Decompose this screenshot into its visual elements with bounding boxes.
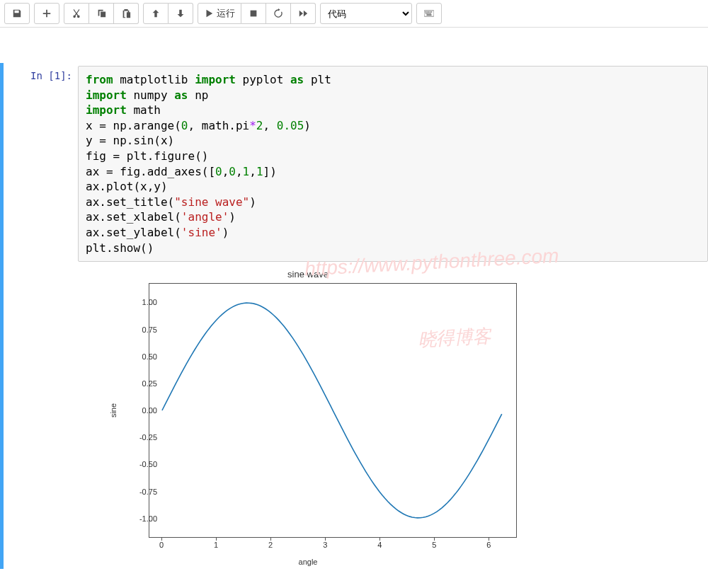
notebook: In [1]: from matplotlib import pyplot as… bbox=[0, 28, 708, 569]
y-axis-label: sine bbox=[109, 403, 118, 417]
move-down-button[interactable] bbox=[169, 3, 193, 24]
code-input[interactable]: from matplotlib import pyplot as plt imp… bbox=[78, 66, 708, 262]
svg-rect-9 bbox=[428, 13, 429, 13]
restart-icon bbox=[273, 8, 283, 18]
toolbar: 运行 代码MarkdownRaw NBConvert标题 bbox=[0, 0, 708, 28]
run-label: 运行 bbox=[217, 7, 235, 20]
x-tick-label: 5 bbox=[432, 541, 436, 549]
command-palette-button[interactable] bbox=[416, 3, 442, 24]
fast-forward-icon bbox=[298, 8, 308, 18]
y-tick-label: 0.50 bbox=[129, 352, 157, 361]
y-tick-label: -0.50 bbox=[129, 460, 157, 468]
chart: sine wave -1.00-0.75-0.50-0.250.000.250.… bbox=[85, 269, 531, 566]
cut-button[interactable] bbox=[64, 3, 89, 24]
paste-icon bbox=[121, 8, 131, 18]
svg-rect-5 bbox=[430, 11, 430, 12]
svg-rect-7 bbox=[426, 13, 426, 13]
move-up-button[interactable] bbox=[143, 3, 169, 24]
insert-cell-button[interactable] bbox=[34, 3, 59, 24]
y-tick-label: 1.00 bbox=[129, 298, 157, 306]
x-tick-label: 2 bbox=[268, 541, 273, 549]
y-tick-label: -0.75 bbox=[129, 488, 157, 496]
copy-icon bbox=[96, 8, 106, 18]
y-tick-label: 0.00 bbox=[129, 406, 157, 415]
input-prompt: In [1]: bbox=[4, 66, 78, 566]
y-tick-label: -0.25 bbox=[129, 433, 157, 442]
y-tick-label: 0.25 bbox=[129, 379, 157, 388]
restart-run-all-button[interactable] bbox=[291, 3, 316, 24]
play-icon bbox=[204, 8, 214, 18]
arrow-up-icon bbox=[151, 8, 161, 18]
svg-rect-11 bbox=[427, 14, 432, 15]
plot-box bbox=[149, 283, 517, 538]
svg-rect-10 bbox=[430, 13, 430, 13]
code-cell[interactable]: In [1]: from matplotlib import pyplot as… bbox=[0, 63, 708, 569]
chart-title: sine wave bbox=[85, 269, 531, 279]
interrupt-button[interactable] bbox=[241, 3, 266, 24]
x-tick-label: 3 bbox=[323, 541, 327, 549]
svg-rect-8 bbox=[427, 13, 428, 13]
save-button[interactable] bbox=[4, 3, 30, 24]
y-tick-label: 0.75 bbox=[129, 325, 157, 334]
svg-rect-4 bbox=[428, 11, 429, 12]
plus-icon bbox=[42, 8, 52, 18]
cell-type-select[interactable]: 代码MarkdownRaw NBConvert标题 bbox=[320, 3, 412, 24]
keyboard-icon bbox=[424, 8, 434, 18]
svg-rect-6 bbox=[431, 11, 432, 12]
x-tick-label: 1 bbox=[214, 541, 218, 549]
x-tick-label: 0 bbox=[159, 541, 164, 549]
x-axis-label: angle bbox=[85, 558, 531, 566]
restart-button[interactable] bbox=[266, 3, 291, 24]
cut-icon bbox=[72, 8, 81, 18]
paste-button[interactable] bbox=[114, 3, 139, 24]
save-icon bbox=[12, 8, 22, 18]
stop-icon bbox=[249, 8, 258, 18]
output-area: sine wave -1.00-0.75-0.50-0.250.000.250.… bbox=[78, 269, 708, 566]
x-tick-label: 4 bbox=[377, 541, 382, 549]
svg-rect-0 bbox=[251, 11, 257, 17]
x-tick-label: 6 bbox=[486, 541, 491, 549]
y-tick-label: -1.00 bbox=[129, 514, 157, 523]
svg-rect-3 bbox=[427, 11, 428, 12]
arrow-down-icon bbox=[176, 8, 185, 18]
run-button[interactable]: 运行 bbox=[198, 3, 241, 24]
copy-button[interactable] bbox=[89, 3, 114, 24]
svg-rect-2 bbox=[425, 11, 426, 12]
